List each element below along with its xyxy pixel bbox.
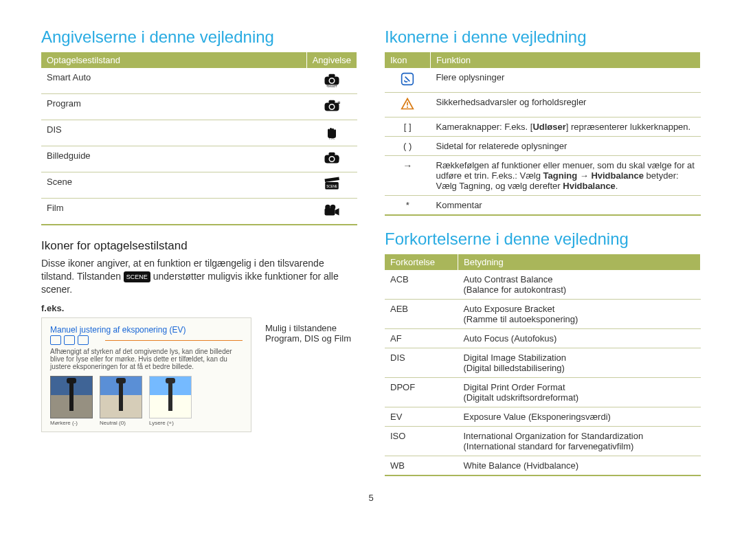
- subheading-mode-icons: Ikoner for optagelsestilstand: [41, 239, 357, 253]
- table-row: ISOInternational Organization for Standa…: [385, 427, 701, 456]
- thumb-lighter: [149, 376, 192, 418]
- mini-film-icon: [78, 335, 89, 345]
- scene-badge-icon: SCENE: [124, 271, 150, 282]
- icons-table: Ikon Funktion Flere oplysningerSikkerhed…: [385, 52, 701, 216]
- table-row: ACBAuto Contrast Balance(Balance for aut…: [385, 270, 701, 300]
- abbr-table: Forkortelse Betydning ACBAuto Contrast B…: [385, 254, 701, 476]
- table-row: [ ]Kameraknapper: F.eks. [Udløser] repræ…: [385, 117, 701, 137]
- camera-guide-icon: [306, 146, 357, 172]
- abbr-meaning: International Organization for Standardi…: [458, 427, 701, 456]
- abbr-cell: WB: [385, 456, 458, 476]
- icon-function: Kameraknapper: F.eks. [Udløser] repræsen…: [431, 117, 701, 137]
- mini-dis-icon: [64, 335, 75, 345]
- example-wrapper: Manuel justering af eksponering (EV) Afh…: [41, 317, 357, 433]
- abbr-cell: ISO: [385, 427, 458, 456]
- right-column: Ikonerne i denne vejledning Ikon Funktio…: [385, 27, 701, 490]
- mode-name: DIS: [41, 120, 306, 146]
- mode-icons-description: Disse ikoner angiver, at en funktion er …: [41, 257, 357, 296]
- table-row: ( )Sidetal for relaterede oplysninger: [385, 137, 701, 156]
- abbr-cell: AF: [385, 329, 458, 348]
- svg-text:SCENE: SCENE: [326, 185, 337, 188]
- svg-point-19: [330, 205, 336, 210]
- table-row: DISDIS: [41, 120, 357, 146]
- table-row: DPOFDigital Print Order Format(Digitalt …: [385, 378, 701, 407]
- mode-name: Scene: [41, 172, 306, 199]
- table-row: Smart AutoSMART: [41, 68, 357, 94]
- heading-abbr: Forkortelserne i denne vejledning: [385, 229, 701, 249]
- abbr-meaning: Digital Print Order Format(Digitalt udsk…: [458, 378, 701, 407]
- abbr-meaning: Auto Contrast Balance(Balance for autoko…: [458, 270, 701, 300]
- paren-icon: ( ): [385, 137, 431, 156]
- example-desc: Afhængigt af styrken af det omgivende ly…: [50, 348, 243, 370]
- table-row: Billedguide: [41, 146, 357, 172]
- table-row: DISDigital Image Stabilization(Digital b…: [385, 348, 701, 378]
- abbr-meaning: Auto Focus (Autofokus): [458, 329, 701, 348]
- svg-point-22: [407, 107, 408, 108]
- modes-header-mode: Optagelsestilstand: [41, 52, 306, 68]
- page-number: 5: [41, 493, 701, 503]
- svg-rect-10: [328, 153, 335, 156]
- example-box: Manuel justering af eksponering (EV) Afh…: [41, 317, 251, 433]
- film-camera-icon: [306, 199, 357, 225]
- svg-rect-12: [336, 157, 339, 160]
- modes-table: Optagelsestilstand Angivelse Smart AutoS…: [41, 52, 357, 225]
- table-row: AEBAuto Exposure Bracket(Ramme til autoe…: [385, 300, 701, 329]
- table-row: *Kommentar: [385, 196, 701, 216]
- table-row: →Rækkefølgen af funktioner eller menuer,…: [385, 156, 701, 196]
- abbr-cell: DPOF: [385, 378, 458, 407]
- abbr-meaning: White Balance (Hvidbalance): [458, 456, 701, 476]
- svg-text:SMART: SMART: [326, 85, 337, 87]
- example-label: f.eks.: [41, 303, 357, 313]
- warning-icon: [385, 93, 431, 117]
- clapper-scene-icon: SCENE: [306, 172, 357, 199]
- svg-text:DIS: DIS: [329, 137, 335, 139]
- abbr-cell: EV: [385, 407, 458, 427]
- example-title: Manuel justering af eksponering (EV): [50, 325, 243, 336]
- abbr-cell: AEB: [385, 300, 458, 329]
- arrow-icon: →: [385, 156, 431, 196]
- brackets-icon: [ ]: [385, 117, 431, 137]
- modes-header-indication: Angivelse: [306, 52, 357, 68]
- svg-rect-14: [324, 177, 339, 182]
- table-row: Sikkerhedsadvarsler og forholdsregler: [385, 93, 701, 117]
- table-row: Film: [41, 199, 357, 225]
- abbr-cell: DIS: [385, 348, 458, 378]
- callout-line: [105, 340, 243, 341]
- icon-function: Rækkefølgen af funktioner eller menuer, …: [431, 156, 701, 196]
- table-row: ProgramP: [41, 94, 357, 120]
- table-row: WBWhite Balance (Hvidbalance): [385, 456, 701, 476]
- camera-smart-icon: SMART: [306, 68, 357, 94]
- mode-name: Film: [41, 199, 306, 225]
- table-row: AFAuto Focus (Autofokus): [385, 329, 701, 348]
- mode-name: Program: [41, 94, 306, 120]
- mode-name: Billedguide: [41, 146, 306, 172]
- abbr-header-meaning: Betydning: [458, 254, 701, 270]
- mini-camera-p-icon: [50, 335, 61, 345]
- svg-marker-17: [335, 208, 339, 216]
- example-callout-text: Mulig i tilstandene Program, DIS og Film: [265, 317, 357, 344]
- heading-icons: Ikonerne i denne vejledning: [385, 27, 701, 47]
- abbr-cell: ACB: [385, 270, 458, 300]
- example-thumbs: Mørkere (-) Neutral (0) Lysere (+): [50, 376, 243, 426]
- svg-point-18: [325, 205, 330, 210]
- table-row: EVExposure Value (Eksponeringsværdi): [385, 407, 701, 427]
- table-row: SceneSCENE: [41, 172, 357, 199]
- heading-indications: Angivelserne i denne vejledning: [41, 27, 357, 47]
- table-row: Flere oplysninger: [385, 68, 701, 93]
- icons-header-icon: Ikon: [385, 52, 431, 68]
- icon-function: Sikkerhedsadvarsler og forholdsregler: [431, 93, 701, 117]
- abbr-header-abbr: Forkortelse: [385, 254, 458, 270]
- svg-text:P: P: [337, 101, 340, 106]
- abbr-meaning: Digital Image Stabilization(Digital bill…: [458, 348, 701, 378]
- thumb-darker: [50, 376, 93, 418]
- thumb-neutral: [100, 376, 142, 418]
- mode-name: Smart Auto: [41, 68, 306, 94]
- camera-p-icon: P: [306, 94, 357, 120]
- icon-function: Kommentar: [431, 196, 701, 216]
- svg-rect-5: [328, 100, 335, 104]
- hand-dis-icon: DIS: [306, 120, 357, 146]
- svg-rect-1: [328, 74, 335, 78]
- info-icon: [385, 68, 431, 93]
- icon-function: Flere oplysninger: [431, 68, 701, 93]
- abbr-meaning: Exposure Value (Eksponeringsværdi): [458, 407, 701, 427]
